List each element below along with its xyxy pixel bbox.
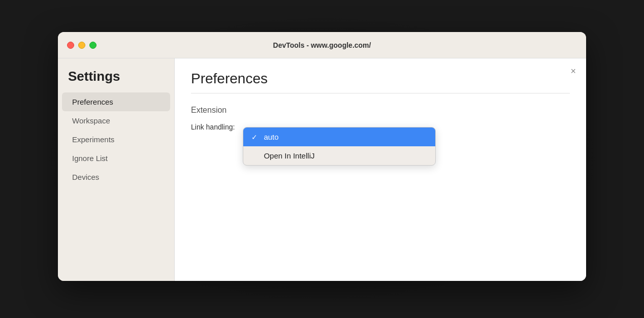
close-button[interactable]: × — [570, 67, 576, 76]
dropdown-option-intellij[interactable]: Open In IntelliJ — [243, 146, 435, 165]
window-controls — [67, 42, 96, 49]
minimize-traffic-light[interactable] — [78, 42, 85, 49]
checkmark-icon: ✓ — [251, 133, 260, 141]
extension-section-title: Extension — [191, 106, 570, 115]
sidebar-item-ignore-list[interactable]: Ignore List — [62, 149, 170, 168]
window-wrapper: DevTools - www.google.com/ Settings Pref… — [58, 32, 586, 286]
sidebar-item-preferences[interactable]: Preferences — [62, 92, 170, 111]
link-handling-row: Link handling: ✓ auto Open In IntelliJ — [191, 123, 570, 131]
option-auto-label: auto — [264, 133, 278, 141]
dropdown-option-auto[interactable]: ✓ auto — [243, 128, 435, 146]
sidebar-item-devices[interactable]: Devices — [62, 168, 170, 186]
checkmark-placeholder — [251, 152, 260, 160]
dropdown-menu: ✓ auto Open In IntelliJ — [243, 127, 436, 166]
sidebar-item-experiments[interactable]: Experiments — [62, 130, 170, 149]
sidebar-title: Settings — [58, 69, 174, 92]
sidebar: Settings Preferences Workspace Experimen… — [58, 58, 175, 281]
section-divider — [191, 93, 570, 93]
maximize-traffic-light[interactable] — [89, 42, 96, 49]
window-title: DevTools - www.google.com/ — [273, 41, 371, 49]
main-panel: × Preferences Extension Link handling: ✓… — [175, 58, 586, 281]
link-handling-label: Link handling: — [191, 123, 235, 131]
option-intellij-label: Open In IntelliJ — [264, 151, 314, 160]
page-title: Preferences — [191, 71, 570, 87]
close-traffic-light[interactable] — [67, 42, 74, 49]
titlebar: DevTools - www.google.com/ — [58, 32, 586, 58]
sidebar-item-workspace[interactable]: Workspace — [62, 111, 170, 130]
content-area: Settings Preferences Workspace Experimen… — [58, 58, 586, 281]
main-window: DevTools - www.google.com/ Settings Pref… — [58, 32, 586, 281]
